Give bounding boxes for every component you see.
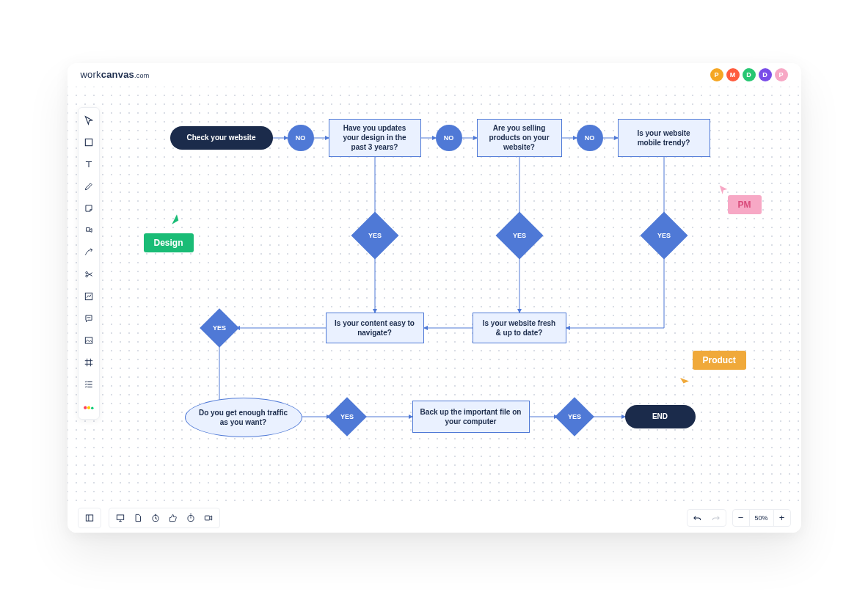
- undo-redo-group: [687, 509, 726, 527]
- decision-yes-3[interactable]: YES: [647, 219, 681, 252]
- scissors-icon: [84, 269, 94, 280]
- zoom-control: − 50% +: [732, 509, 791, 527]
- shape-tool[interactable]: [81, 134, 97, 150]
- sticky-note-tool[interactable]: [81, 200, 97, 216]
- zoom-in-button[interactable]: +: [774, 510, 790, 526]
- panels-toggle-button[interactable]: [81, 510, 98, 526]
- logo-tld: .com: [134, 72, 149, 79]
- node-q5[interactable]: Is your website fresh & up to date?: [473, 313, 566, 343]
- avatar[interactable]: D: [743, 68, 756, 81]
- node-q4[interactable]: Is your content easy to navigate?: [326, 313, 424, 343]
- bottom-left-controls: [78, 508, 220, 528]
- svg-rect-31: [205, 516, 209, 520]
- arrow-icon: [84, 247, 94, 258]
- connector-no-2[interactable]: NO: [436, 125, 462, 151]
- svg-point-18: [85, 271, 87, 274]
- frame-tool[interactable]: [81, 354, 97, 370]
- node-q6[interactable]: Do you get enough traffic as you want?: [185, 398, 302, 437]
- pen-tool[interactable]: [81, 178, 97, 194]
- select-tool[interactable]: [81, 112, 97, 128]
- vote-button[interactable]: [165, 510, 181, 526]
- avatar[interactable]: P: [775, 68, 788, 81]
- svg-rect-22: [85, 337, 92, 343]
- comment-tool[interactable]: [81, 310, 97, 326]
- topbar: workcanvas.com P M D D P: [68, 63, 801, 87]
- text-tool[interactable]: [81, 156, 97, 172]
- svg-rect-26: [86, 514, 92, 520]
- scissors-tool[interactable]: [81, 266, 97, 282]
- cursor-icon: [170, 213, 183, 226]
- left-toolbar: [78, 107, 100, 420]
- svg-point-24: [87, 405, 91, 409]
- redo-button[interactable]: [707, 510, 726, 526]
- avatar[interactable]: P: [710, 68, 723, 81]
- avatar[interactable]: M: [726, 68, 740, 81]
- decision-yes-5[interactable]: YES: [333, 403, 361, 431]
- node-q1[interactable]: Have you updates your design in the past…: [329, 119, 421, 157]
- node-backup[interactable]: Back up the important file on your compu…: [412, 401, 530, 433]
- stamp-icon: [84, 225, 94, 236]
- timer-icon: [150, 513, 161, 523]
- stamp-tool[interactable]: [81, 222, 97, 238]
- connector-no-3[interactable]: NO: [577, 125, 603, 151]
- undo-button[interactable]: [688, 510, 707, 526]
- stopwatch-button[interactable]: [183, 510, 199, 526]
- monday-logo-icon: [83, 402, 95, 411]
- decision-yes-2[interactable]: YES: [503, 219, 536, 252]
- redo-icon: [711, 513, 721, 523]
- svg-point-23: [83, 405, 87, 409]
- app-window: workcanvas.com P M D D P: [68, 63, 801, 533]
- svg-point-19: [85, 275, 87, 277]
- decision-yes-4[interactable]: YES: [205, 314, 233, 342]
- image-tool[interactable]: [81, 332, 97, 348]
- zoom-out-button[interactable]: −: [733, 510, 749, 526]
- logo: workcanvas.com: [81, 69, 150, 80]
- timer-button[interactable]: [147, 510, 164, 526]
- node-start[interactable]: Check your website: [170, 126, 273, 150]
- cursor-icon: [84, 115, 94, 125]
- chart-tool[interactable]: [81, 288, 97, 304]
- node-end[interactable]: END: [625, 405, 696, 428]
- list-icon: [84, 379, 94, 390]
- user-tag-design: Design: [144, 233, 194, 252]
- list-tool[interactable]: [81, 376, 97, 393]
- presentation-icon: [115, 513, 125, 523]
- square-icon: [84, 137, 94, 147]
- svg-rect-17: [85, 139, 92, 145]
- file-icon: [133, 513, 143, 523]
- present-button[interactable]: [112, 510, 128, 526]
- file-button[interactable]: [130, 510, 146, 526]
- decision-yes-6[interactable]: YES: [561, 403, 588, 431]
- bottom-bar: − 50% +: [68, 503, 801, 533]
- undo-icon: [692, 513, 702, 523]
- remote-cursor-design: [170, 213, 183, 229]
- user-tag-product: Product: [693, 351, 746, 370]
- thumbs-up-icon: [168, 513, 178, 523]
- video-button[interactable]: [200, 510, 216, 526]
- monday-tool[interactable]: [81, 398, 97, 415]
- frame-icon: [84, 357, 94, 368]
- remote-cursor-pm: [718, 183, 729, 198]
- text-icon: [84, 159, 94, 169]
- remote-cursor-product: [678, 376, 691, 392]
- comment-icon: [84, 313, 94, 324]
- canvas[interactable]: Check your website NO Have you updates y…: [68, 87, 801, 503]
- logo-part2: canvas: [101, 69, 134, 80]
- pencil-icon: [84, 181, 94, 191]
- user-tag-pm: PM: [728, 195, 762, 214]
- avatar-stack: P M D D P: [710, 68, 788, 81]
- chart-icon: [84, 291, 94, 302]
- panel-icon: [84, 513, 95, 523]
- node-q3[interactable]: Is your website mobile trendy?: [618, 119, 710, 157]
- zoom-level: 50%: [749, 510, 774, 526]
- node-q2[interactable]: Are you selling products on your website…: [477, 119, 562, 157]
- sticky-note-icon: [84, 203, 94, 213]
- connector-tool[interactable]: [81, 244, 97, 260]
- image-icon: [84, 335, 94, 346]
- cursor-icon: [718, 183, 729, 195]
- svg-point-25: [91, 406, 93, 409]
- svg-rect-28: [117, 514, 123, 519]
- connector-no-1[interactable]: NO: [288, 125, 314, 151]
- avatar[interactable]: D: [759, 68, 772, 81]
- decision-yes-1[interactable]: YES: [358, 219, 392, 252]
